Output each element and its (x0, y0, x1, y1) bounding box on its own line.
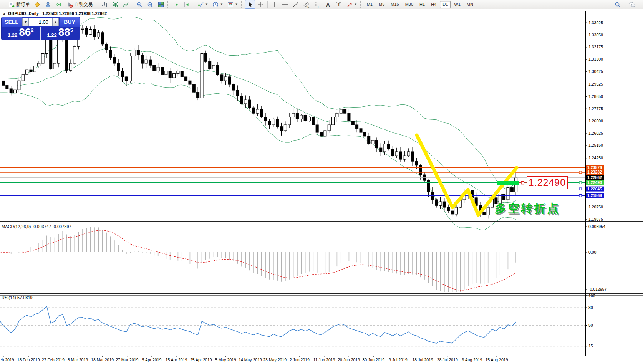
search-icon (614, 1, 621, 8)
text-label-button[interactable]: T (334, 0, 344, 9)
zoom-in-button[interactable] (134, 0, 144, 9)
buy-price-big: 885 (58, 28, 73, 38)
toolbar-separator (133, 1, 133, 8)
dropdown-caret-icon[interactable]: ▼ (354, 3, 357, 6)
zoom-out-button[interactable] (145, 0, 155, 9)
metaeditor-button[interactable] (32, 0, 42, 9)
timeframe-button-m1[interactable]: M1 (364, 1, 375, 8)
svg-text:9 Jul 2019: 9 Jul 2019 (389, 357, 408, 362)
timeframe-button-h4[interactable]: H4 (428, 1, 439, 8)
timeframe-button-h1[interactable]: H1 (417, 1, 428, 8)
mt4-window: 新订单自动交易▼▼▼EFAT▼M1M5M15M30H1H4D1W1MN 1.33… (0, 0, 643, 364)
timeframe-button-m15[interactable]: M15 (388, 1, 401, 8)
sell-button[interactable]: SELL (2, 17, 22, 27)
candlestick-chart-button[interactable] (110, 0, 120, 9)
templates-button[interactable]: ▼ (225, 0, 240, 9)
line-edit-handle[interactable] (579, 188, 582, 190)
timeframe-button-m5[interactable]: M5 (376, 1, 387, 8)
svg-text:1.23232: 1.23232 (587, 170, 602, 174)
svg-text:23 May 2019: 23 May 2019 (263, 357, 287, 362)
panel-separator[interactable] (0, 293, 643, 294)
chart-shift-button[interactable] (182, 0, 192, 9)
crosshair-icon (257, 1, 264, 8)
tile-windows-button[interactable] (156, 0, 166, 9)
buy-button[interactable]: BUY (60, 17, 80, 27)
toolbar-grip (360, 1, 362, 8)
cursor-button[interactable] (245, 0, 255, 9)
zoom-in-icon (136, 1, 143, 8)
dropdown-caret-icon[interactable]: ▼ (235, 3, 238, 6)
buy-price[interactable]: 1.22 885 (41, 27, 80, 40)
candlestick-series[interactable] (2, 25, 517, 219)
panel-separator[interactable] (0, 221, 643, 222)
dropdown-caret-icon[interactable]: ▼ (205, 3, 208, 6)
timeframe-button-mn[interactable]: MN (464, 1, 476, 8)
buy-price-prefix: 1.22 (47, 33, 56, 38)
crosshair-button[interactable] (256, 0, 266, 9)
equidistant-channel-button[interactable]: E (302, 0, 312, 9)
svg-text:18 Jul 2019: 18 Jul 2019 (412, 357, 433, 362)
svg-text:27 Mar 2019: 27 Mar 2019 (116, 357, 138, 362)
line-edit-handle[interactable] (579, 182, 582, 184)
line-edit-handle[interactable] (579, 171, 582, 174)
periods-icon (212, 1, 219, 8)
line-chart-button[interactable] (121, 0, 131, 9)
svg-text:1.33050: 1.33050 (588, 33, 603, 37)
price-axis[interactable]: 1.339251.330501.321751.313001.304251.295… (579, 20, 607, 349)
panel-separator[interactable] (0, 356, 643, 356)
svg-text:15 Apr 2019: 15 Apr 2019 (166, 357, 187, 362)
arrows-button[interactable]: ▼ (345, 0, 359, 9)
callout-anchor-handle[interactable] (521, 182, 524, 184)
cursor-icon (247, 1, 254, 8)
turning-point-text[interactable]: 多空转折点 (495, 201, 560, 217)
rsi-line (0, 306, 516, 343)
line-chart-icon (123, 1, 129, 8)
price-axis-border (585, 11, 586, 356)
svg-text:28 Jul 2019: 28 Jul 2019 (437, 357, 458, 362)
svg-text:8 Feb 2019: 8 Feb 2019 (0, 357, 14, 362)
symbol-ohlc-text: GBPUSD-,Daily 1.22503 1.22866 1.21938 1.… (8, 11, 107, 16)
volume-increase-button[interactable]: ▲ (52, 18, 59, 26)
svg-text:80: 80 (588, 305, 593, 310)
toolbar-button-label: 新订单 (16, 1, 30, 8)
horizontal-line-button[interactable] (280, 0, 290, 9)
autotrading-button[interactable]: 自动交易 (65, 0, 94, 9)
time-axis[interactable]: 8 Feb 201918 Feb 201927 Feb 20198 Mar 20… (0, 356, 508, 362)
text-button[interactable]: A (323, 0, 333, 9)
sell-price[interactable]: 1.22 862 (2, 27, 40, 40)
search-button[interactable] (613, 0, 623, 9)
new-order-button[interactable]: 新订单 (7, 0, 31, 9)
indicators-button[interactable]: ▼ (196, 0, 210, 9)
svg-text:1.33925: 1.33925 (588, 20, 603, 25)
bar-chart-button[interactable] (99, 0, 109, 9)
metaeditor-icon (34, 1, 41, 8)
chat-button[interactable] (627, 0, 637, 9)
svg-text:27 Feb 2019: 27 Feb 2019 (42, 357, 65, 362)
svg-text:20 Jun 2019: 20 Jun 2019 (338, 357, 360, 362)
timeframe-button-w1[interactable]: W1 (451, 1, 463, 8)
timeframe-button-m30[interactable]: M30 (403, 1, 416, 8)
svg-text:100: 100 (588, 293, 595, 298)
periods-button[interactable]: ▼ (210, 0, 225, 9)
price-callout-label[interactable]: 1.22490 (527, 176, 568, 189)
volume-decrease-button[interactable]: ▼ (22, 18, 29, 26)
toolbar-button-label: 自动交易 (74, 1, 93, 8)
highlight-rectangle[interactable] (497, 181, 519, 185)
experts-button[interactable] (43, 0, 53, 9)
vertical-line-button[interactable] (269, 0, 279, 9)
volume-input[interactable] (29, 18, 52, 26)
timeframe-button-d1[interactable]: D1 (440, 1, 451, 8)
panel-separator[interactable] (0, 223, 643, 223)
dropdown-caret-icon[interactable]: ▼ (220, 3, 223, 6)
fibonacci-button[interactable]: F (312, 0, 322, 9)
trendline-button[interactable] (291, 0, 301, 9)
rsi-label: RSI(14) 57.0819 (2, 295, 33, 300)
auto-scroll-button[interactable] (171, 0, 181, 9)
text-label-icon: T (335, 1, 342, 8)
fibonacci-icon: F (314, 1, 321, 8)
bollinger-bands (0, 17, 516, 230)
line-edit-handle[interactable] (579, 194, 582, 197)
collapse-arrow-icon[interactable]: ▲ (3, 12, 6, 15)
signals-button[interactable] (54, 0, 64, 9)
panel-separator[interactable] (0, 295, 643, 296)
